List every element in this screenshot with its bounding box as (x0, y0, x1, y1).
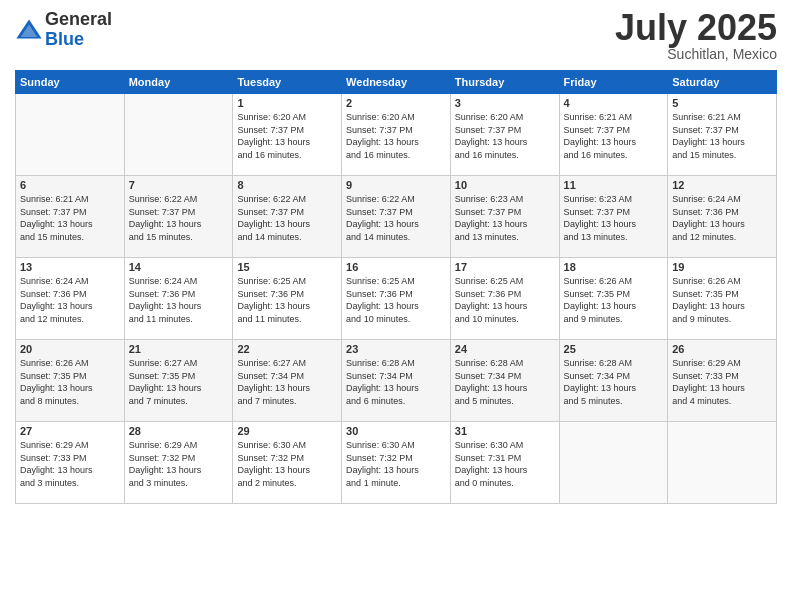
calendar-cell: 11Sunrise: 6:23 AM Sunset: 7:37 PM Dayli… (559, 176, 668, 258)
calendar-week-row: 6Sunrise: 6:21 AM Sunset: 7:37 PM Daylig… (16, 176, 777, 258)
calendar-cell: 29Sunrise: 6:30 AM Sunset: 7:32 PM Dayli… (233, 422, 342, 504)
calendar-cell: 1Sunrise: 6:20 AM Sunset: 7:37 PM Daylig… (233, 94, 342, 176)
day-info: Sunrise: 6:27 AM Sunset: 7:35 PM Dayligh… (129, 357, 229, 407)
calendar-cell: 3Sunrise: 6:20 AM Sunset: 7:37 PM Daylig… (450, 94, 559, 176)
logo-icon (15, 16, 43, 44)
day-number: 4 (564, 97, 664, 109)
day-number: 24 (455, 343, 555, 355)
calendar-cell: 2Sunrise: 6:20 AM Sunset: 7:37 PM Daylig… (342, 94, 451, 176)
calendar-cell: 18Sunrise: 6:26 AM Sunset: 7:35 PM Dayli… (559, 258, 668, 340)
header-saturday: Saturday (668, 71, 777, 94)
day-number: 28 (129, 425, 229, 437)
calendar-cell: 6Sunrise: 6:21 AM Sunset: 7:37 PM Daylig… (16, 176, 125, 258)
day-number: 12 (672, 179, 772, 191)
day-info: Sunrise: 6:22 AM Sunset: 7:37 PM Dayligh… (129, 193, 229, 243)
day-number: 3 (455, 97, 555, 109)
day-info: Sunrise: 6:20 AM Sunset: 7:37 PM Dayligh… (346, 111, 446, 161)
header-tuesday: Tuesday (233, 71, 342, 94)
logo-general: General (45, 10, 112, 30)
calendar-cell: 14Sunrise: 6:24 AM Sunset: 7:36 PM Dayli… (124, 258, 233, 340)
calendar-cell (668, 422, 777, 504)
day-info: Sunrise: 6:29 AM Sunset: 7:33 PM Dayligh… (20, 439, 120, 489)
header: General Blue July 2025 Suchitlan, Mexico (15, 10, 777, 62)
logo: General Blue (15, 10, 112, 50)
calendar-week-row: 1Sunrise: 6:20 AM Sunset: 7:37 PM Daylig… (16, 94, 777, 176)
day-number: 21 (129, 343, 229, 355)
day-info: Sunrise: 6:20 AM Sunset: 7:37 PM Dayligh… (237, 111, 337, 161)
day-number: 15 (237, 261, 337, 273)
day-number: 18 (564, 261, 664, 273)
calendar-cell (16, 94, 125, 176)
calendar-cell: 30Sunrise: 6:30 AM Sunset: 7:32 PM Dayli… (342, 422, 451, 504)
header-monday: Monday (124, 71, 233, 94)
calendar-cell (124, 94, 233, 176)
day-number: 11 (564, 179, 664, 191)
calendar-cell: 9Sunrise: 6:22 AM Sunset: 7:37 PM Daylig… (342, 176, 451, 258)
calendar-cell: 22Sunrise: 6:27 AM Sunset: 7:34 PM Dayli… (233, 340, 342, 422)
calendar-cell: 25Sunrise: 6:28 AM Sunset: 7:34 PM Dayli… (559, 340, 668, 422)
day-info: Sunrise: 6:30 AM Sunset: 7:32 PM Dayligh… (346, 439, 446, 489)
day-info: Sunrise: 6:28 AM Sunset: 7:34 PM Dayligh… (455, 357, 555, 407)
calendar-cell: 20Sunrise: 6:26 AM Sunset: 7:35 PM Dayli… (16, 340, 125, 422)
day-info: Sunrise: 6:26 AM Sunset: 7:35 PM Dayligh… (564, 275, 664, 325)
day-info: Sunrise: 6:24 AM Sunset: 7:36 PM Dayligh… (672, 193, 772, 243)
day-number: 25 (564, 343, 664, 355)
day-info: Sunrise: 6:20 AM Sunset: 7:37 PM Dayligh… (455, 111, 555, 161)
day-number: 5 (672, 97, 772, 109)
day-number: 31 (455, 425, 555, 437)
calendar-cell: 26Sunrise: 6:29 AM Sunset: 7:33 PM Dayli… (668, 340, 777, 422)
calendar-cell: 7Sunrise: 6:22 AM Sunset: 7:37 PM Daylig… (124, 176, 233, 258)
day-number: 30 (346, 425, 446, 437)
day-number: 22 (237, 343, 337, 355)
day-number: 14 (129, 261, 229, 273)
day-number: 13 (20, 261, 120, 273)
header-friday: Friday (559, 71, 668, 94)
calendar-week-row: 27Sunrise: 6:29 AM Sunset: 7:33 PM Dayli… (16, 422, 777, 504)
day-info: Sunrise: 6:26 AM Sunset: 7:35 PM Dayligh… (672, 275, 772, 325)
weekday-header-row: Sunday Monday Tuesday Wednesday Thursday… (16, 71, 777, 94)
day-number: 7 (129, 179, 229, 191)
calendar-cell: 16Sunrise: 6:25 AM Sunset: 7:36 PM Dayli… (342, 258, 451, 340)
logo-blue: Blue (45, 30, 112, 50)
day-info: Sunrise: 6:30 AM Sunset: 7:32 PM Dayligh… (237, 439, 337, 489)
day-info: Sunrise: 6:22 AM Sunset: 7:37 PM Dayligh… (237, 193, 337, 243)
day-info: Sunrise: 6:28 AM Sunset: 7:34 PM Dayligh… (346, 357, 446, 407)
day-info: Sunrise: 6:29 AM Sunset: 7:32 PM Dayligh… (129, 439, 229, 489)
calendar-cell: 31Sunrise: 6:30 AM Sunset: 7:31 PM Dayli… (450, 422, 559, 504)
day-info: Sunrise: 6:24 AM Sunset: 7:36 PM Dayligh… (20, 275, 120, 325)
day-number: 8 (237, 179, 337, 191)
day-number: 10 (455, 179, 555, 191)
calendar-cell: 15Sunrise: 6:25 AM Sunset: 7:36 PM Dayli… (233, 258, 342, 340)
day-number: 23 (346, 343, 446, 355)
day-number: 17 (455, 261, 555, 273)
calendar-cell: 23Sunrise: 6:28 AM Sunset: 7:34 PM Dayli… (342, 340, 451, 422)
calendar-cell: 5Sunrise: 6:21 AM Sunset: 7:37 PM Daylig… (668, 94, 777, 176)
calendar-cell: 10Sunrise: 6:23 AM Sunset: 7:37 PM Dayli… (450, 176, 559, 258)
day-info: Sunrise: 6:26 AM Sunset: 7:35 PM Dayligh… (20, 357, 120, 407)
day-info: Sunrise: 6:21 AM Sunset: 7:37 PM Dayligh… (672, 111, 772, 161)
day-info: Sunrise: 6:23 AM Sunset: 7:37 PM Dayligh… (455, 193, 555, 243)
calendar-cell: 27Sunrise: 6:29 AM Sunset: 7:33 PM Dayli… (16, 422, 125, 504)
calendar-cell: 17Sunrise: 6:25 AM Sunset: 7:36 PM Dayli… (450, 258, 559, 340)
header-thursday: Thursday (450, 71, 559, 94)
header-sunday: Sunday (16, 71, 125, 94)
calendar-cell (559, 422, 668, 504)
day-number: 20 (20, 343, 120, 355)
calendar: Sunday Monday Tuesday Wednesday Thursday… (15, 70, 777, 504)
day-info: Sunrise: 6:25 AM Sunset: 7:36 PM Dayligh… (346, 275, 446, 325)
month-title: July 2025 (615, 10, 777, 46)
calendar-cell: 21Sunrise: 6:27 AM Sunset: 7:35 PM Dayli… (124, 340, 233, 422)
day-info: Sunrise: 6:22 AM Sunset: 7:37 PM Dayligh… (346, 193, 446, 243)
calendar-week-row: 13Sunrise: 6:24 AM Sunset: 7:36 PM Dayli… (16, 258, 777, 340)
calendar-cell: 24Sunrise: 6:28 AM Sunset: 7:34 PM Dayli… (450, 340, 559, 422)
day-info: Sunrise: 6:25 AM Sunset: 7:36 PM Dayligh… (237, 275, 337, 325)
day-info: Sunrise: 6:21 AM Sunset: 7:37 PM Dayligh… (564, 111, 664, 161)
calendar-cell: 8Sunrise: 6:22 AM Sunset: 7:37 PM Daylig… (233, 176, 342, 258)
day-info: Sunrise: 6:28 AM Sunset: 7:34 PM Dayligh… (564, 357, 664, 407)
day-info: Sunrise: 6:23 AM Sunset: 7:37 PM Dayligh… (564, 193, 664, 243)
title-section: July 2025 Suchitlan, Mexico (615, 10, 777, 62)
day-number: 19 (672, 261, 772, 273)
day-info: Sunrise: 6:21 AM Sunset: 7:37 PM Dayligh… (20, 193, 120, 243)
calendar-cell: 28Sunrise: 6:29 AM Sunset: 7:32 PM Dayli… (124, 422, 233, 504)
day-number: 9 (346, 179, 446, 191)
